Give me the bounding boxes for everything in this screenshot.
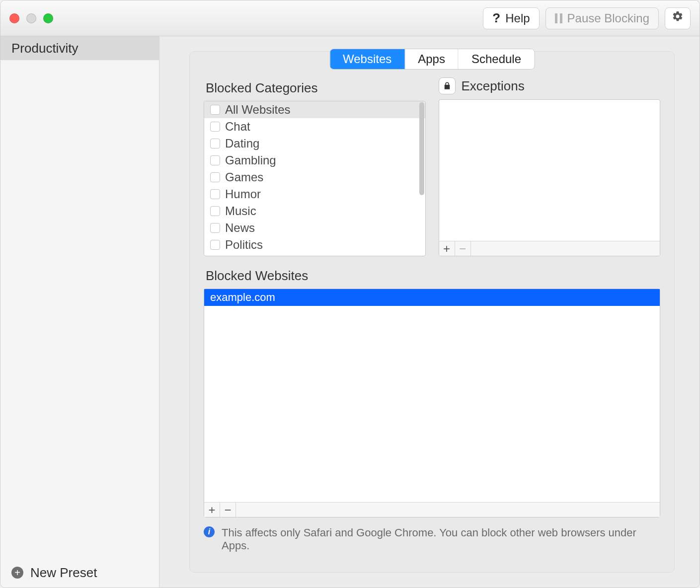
category-label: All Websites: [225, 103, 291, 117]
info-icon: i: [204, 526, 215, 537]
app-window: ? Help Pause Blocking Productivity + New…: [0, 0, 700, 588]
category-label: Humor: [225, 187, 261, 201]
blocked-website-row[interactable]: example.com: [204, 289, 660, 306]
category-label: Chat: [225, 120, 250, 134]
category-row[interactable]: Dating: [204, 135, 425, 152]
category-label: Politics: [225, 238, 263, 252]
close-window-button[interactable]: [9, 13, 19, 23]
info-note-text: This affects only Safari and Google Chro…: [222, 526, 660, 552]
blocked-categories-list[interactable]: All WebsitesChatDatingGamblingGamesHumor…: [204, 101, 426, 256]
sidebar-item-productivity[interactable]: Productivity: [0, 36, 159, 60]
category-label: Music: [225, 204, 256, 218]
tab-schedule[interactable]: Schedule: [459, 49, 534, 69]
tab-websites[interactable]: Websites: [330, 49, 405, 69]
lock-button[interactable]: [439, 77, 456, 94]
category-checkbox[interactable]: [210, 122, 220, 132]
settings-button[interactable]: [665, 7, 691, 29]
category-row[interactable]: Gambling: [204, 152, 425, 169]
new-preset-button[interactable]: + New Preset: [0, 558, 159, 588]
plus-circle-icon: +: [11, 567, 23, 579]
minimize-window-button[interactable]: [26, 13, 36, 23]
category-row[interactable]: News: [204, 220, 425, 236]
blocked-website-label: example.com: [210, 291, 275, 304]
exceptions-list[interactable]: + −: [439, 99, 661, 256]
pause-icon: [555, 13, 562, 23]
pause-button-label: Pause Blocking: [567, 11, 649, 25]
category-checkbox[interactable]: [210, 240, 220, 250]
sidebar: Productivity + New Preset: [0, 36, 159, 588]
category-label: Games: [225, 170, 263, 184]
help-button[interactable]: ? Help: [483, 7, 539, 29]
lock-icon: [443, 81, 452, 90]
tab-bar: Websites Apps Schedule: [329, 49, 535, 70]
help-button-label: Help: [505, 11, 530, 25]
new-preset-label: New Preset: [30, 565, 97, 581]
category-row[interactable]: Games: [204, 169, 425, 186]
info-note: i This affects only Safari and Google Ch…: [204, 526, 660, 552]
tab-apps[interactable]: Apps: [405, 49, 459, 69]
category-checkbox[interactable]: [210, 172, 220, 182]
settings-panel: Websites Apps Schedule Blocked Categorie…: [189, 51, 675, 573]
category-row[interactable]: Music: [204, 203, 425, 220]
gear-icon: [672, 10, 684, 26]
titlebar: ? Help Pause Blocking: [0, 0, 700, 36]
category-row[interactable]: All Websites: [204, 101, 425, 118]
exceptions-remove-button[interactable]: −: [455, 241, 471, 256]
websites-remove-button[interactable]: −: [220, 503, 236, 517]
pause-blocking-button[interactable]: Pause Blocking: [545, 7, 659, 29]
category-label: Gambling: [225, 153, 276, 167]
main-content: Websites Apps Schedule Blocked Categorie…: [159, 36, 700, 588]
category-row[interactable]: Chat: [204, 118, 425, 135]
question-icon: ?: [492, 10, 500, 26]
category-checkbox[interactable]: [210, 189, 220, 199]
sidebar-item-label: Productivity: [11, 41, 78, 56]
category-checkbox[interactable]: [210, 206, 220, 216]
category-checkbox[interactable]: [210, 155, 220, 165]
blocked-websites-list[interactable]: example.com + −: [204, 289, 660, 517]
category-row[interactable]: Humor: [204, 186, 425, 203]
window-controls: [9, 13, 53, 23]
websites-add-button[interactable]: +: [204, 503, 220, 517]
zoom-window-button[interactable]: [43, 13, 53, 23]
scrollbar[interactable]: [419, 102, 424, 195]
blocked-websites-heading: Blocked Websites: [206, 268, 660, 284]
category-checkbox[interactable]: [210, 105, 220, 115]
category-checkbox[interactable]: [210, 223, 220, 233]
category-row[interactable]: Politics: [204, 236, 425, 253]
exceptions-heading: Exceptions: [462, 78, 525, 94]
category-checkbox[interactable]: [210, 139, 220, 148]
category-label: Dating: [225, 137, 259, 150]
blocked-categories-heading: Blocked Categories: [206, 80, 426, 96]
exceptions-add-button[interactable]: +: [439, 241, 455, 256]
category-label: News: [225, 221, 255, 235]
